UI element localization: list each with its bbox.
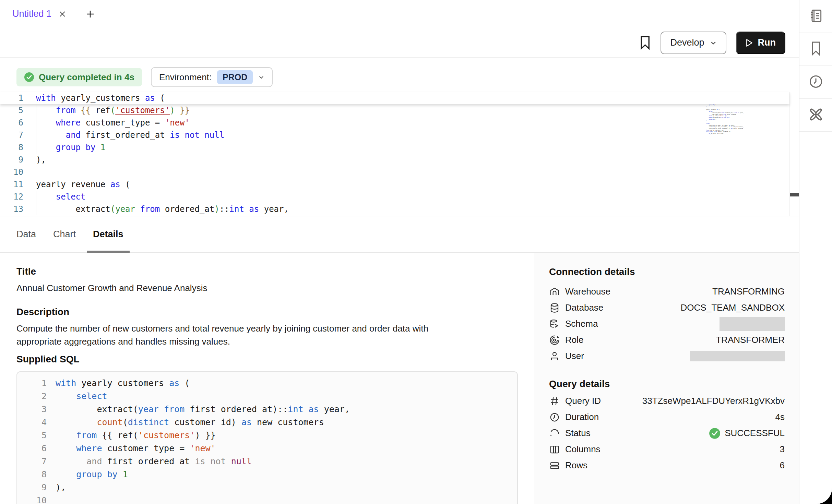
tab-details[interactable]: Details: [87, 216, 130, 252]
description-value: Compute the number of new customers and …: [16, 322, 473, 348]
line-number: 12: [0, 191, 23, 203]
indent-guide: [56, 129, 56, 141]
redacted-value: [720, 317, 785, 331]
code-text: ),: [56, 481, 66, 494]
code-text: with yearly_customers as (: [56, 377, 190, 390]
editor-scrollbar-thumb[interactable]: [790, 193, 799, 196]
indent-guide: [36, 191, 36, 203]
row-value: 3: [780, 444, 785, 455]
code-text: select: [36, 191, 86, 203]
line-number: 9: [0, 154, 23, 166]
row-value: 4s: [775, 412, 785, 422]
rail-button-bookmark[interactable]: [799, 33, 832, 66]
code-text: extract(year from ordered_at)::int as ye…: [36, 203, 289, 215]
rail-button-notebook[interactable]: [799, 0, 832, 33]
results-tab-bar: DataChartDetails: [0, 216, 799, 253]
new-tab-button[interactable]: [76, 0, 95, 28]
code-text: group by 1: [56, 468, 128, 481]
play-icon: [746, 39, 753, 47]
title-heading: Title: [16, 266, 534, 277]
rail-button-history[interactable]: [799, 66, 832, 99]
code-line: 1with yearly_customers as (: [24, 377, 517, 390]
connection-row-warehouse: WarehouseTRANSFORMING: [549, 284, 785, 300]
line-number: 2: [24, 390, 47, 403]
line-number: 7: [0, 129, 23, 141]
code-line: 10: [0, 166, 789, 178]
code-line: 12 select: [0, 191, 789, 203]
title-value: Annual Customer Growth and Revenue Analy…: [16, 282, 534, 294]
line-number: 9: [24, 481, 47, 494]
status-row: Query completed in 4s Environment: PROD: [16, 67, 273, 87]
supplied-sql-code-block: 1with yearly_customers as (2 select3 ext…: [16, 371, 518, 504]
row-label: Status: [565, 428, 591, 439]
line-number: 10: [0, 166, 23, 178]
close-tab-icon[interactable]: [58, 10, 67, 18]
query-row-columns: Columns3: [549, 441, 785, 457]
row-label: Query ID: [565, 396, 601, 406]
tab-chart[interactable]: Chart: [47, 216, 82, 252]
connection-details-heading: Connection details: [549, 265, 785, 279]
code-line: 8 group by 1: [24, 468, 517, 481]
connection-row-schema: Schema: [549, 316, 785, 332]
code-text: from {{ ref('customers') }}: [56, 429, 216, 442]
code-text: extract(year from first_ordered_at)::int…: [56, 403, 350, 416]
run-label: Run: [758, 37, 776, 48]
code-line: 13 extract(year from ordered_at)::int as…: [0, 203, 789, 215]
tab-label: Untitled 1: [12, 9, 51, 19]
row-label: Role: [565, 335, 583, 345]
row-label: Warehouse: [565, 286, 610, 297]
code-text: with yearly_customers as (: [36, 92, 165, 104]
code-text: count(distinct customer_id) as new_custo…: [56, 416, 324, 429]
sticky-code-line: 1with yearly_customers as (: [0, 92, 789, 104]
query-row-query-id: Query ID33TZseWpe1ALFDUYerxR1gVKxbv: [549, 393, 785, 409]
tab-untitled-1[interactable]: Untitled 1: [0, 0, 76, 28]
query-row-rows: Rows6: [549, 457, 785, 473]
code-line: 9),: [0, 154, 789, 166]
warehouse-icon: [549, 287, 560, 297]
line-number: 5: [24, 429, 47, 442]
run-button[interactable]: Run: [736, 32, 785, 54]
code-text: from {{ ref('customers') }}: [36, 104, 190, 117]
line-number: 3: [24, 403, 47, 416]
bookmark-icon[interactable]: [639, 36, 651, 50]
indent-guide: [36, 141, 36, 154]
description-heading: Description: [16, 306, 534, 318]
connection-row-user: User: [549, 348, 785, 364]
bookmark-icon: [809, 41, 823, 58]
redacted-value: [690, 351, 785, 361]
code-line: 8 group by 1: [0, 141, 789, 154]
line-number: 7: [24, 455, 47, 468]
check-circle-icon: [709, 428, 721, 439]
details-right-column: Connection details WarehouseTRANSFORMING…: [534, 253, 799, 504]
code-text: where customer_type = 'new': [56, 442, 216, 455]
rail-button-lineage[interactable]: [799, 99, 832, 132]
row-value: 6: [780, 460, 785, 471]
code-line: 10: [24, 494, 517, 504]
environment-label: Environment:: [159, 72, 212, 83]
line-number: 4: [24, 416, 47, 429]
row-label: Database: [565, 302, 603, 313]
row-label: Duration: [565, 412, 599, 422]
status-value: SUCCESSFUL: [709, 428, 785, 439]
code-line: 7 and first_ordered_at is not null: [0, 129, 789, 141]
query-status-text: Query completed in 4s: [39, 72, 134, 83]
code-line: 5 from {{ ref('customers') }}: [24, 429, 517, 442]
environment-select[interactable]: Environment: PROD: [151, 67, 273, 87]
indent-guide: [36, 129, 36, 141]
schema-icon: [549, 319, 560, 329]
indent-guide: [36, 104, 36, 117]
clock-icon: [549, 412, 560, 422]
editor-scrollbar[interactable]: [789, 92, 799, 216]
main-area: Untitled 1 Develop Run: [0, 0, 799, 504]
supplied-sql-heading: Supplied SQL: [16, 353, 534, 365]
details-panel: Title Annual Customer Growth and Revenue…: [0, 253, 799, 504]
code-text: and first_ordered_at is not null: [36, 129, 224, 141]
query-row-duration: Duration4s: [549, 409, 785, 425]
tab-data[interactable]: Data: [10, 216, 42, 252]
chevron-down-icon: [710, 39, 717, 46]
develop-dropdown[interactable]: Develop: [661, 32, 726, 54]
sql-editor: Query completed in 4s Environment: PROD …: [0, 58, 799, 216]
connection-details-rows: WarehouseTRANSFORMINGDatabaseDOCS_TEAM_S…: [549, 284, 785, 364]
check-circle-icon: [24, 72, 34, 82]
editor-code-lines[interactable]: 1with yearly_customers as (5 from {{ ref…: [0, 92, 789, 215]
